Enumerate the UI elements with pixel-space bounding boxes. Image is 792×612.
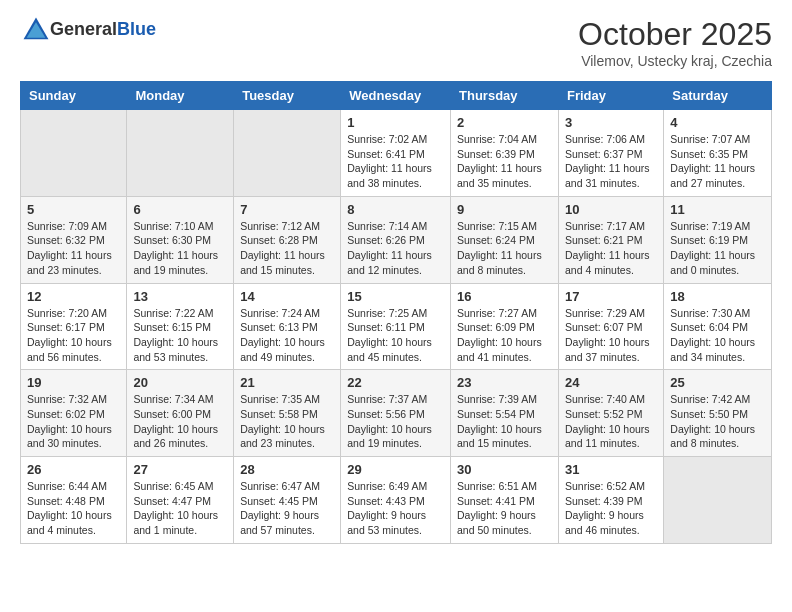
- calendar-week-row: 12Sunrise: 7:20 AM Sunset: 6:17 PM Dayli…: [21, 283, 772, 370]
- day-info: Sunrise: 7:06 AM Sunset: 6:37 PM Dayligh…: [565, 132, 657, 191]
- calendar-table: Sunday Monday Tuesday Wednesday Thursday…: [20, 81, 772, 544]
- table-row: 11Sunrise: 7:19 AM Sunset: 6:19 PM Dayli…: [664, 196, 772, 283]
- table-row: 21Sunrise: 7:35 AM Sunset: 5:58 PM Dayli…: [234, 370, 341, 457]
- day-number: 16: [457, 289, 552, 304]
- day-number: 19: [27, 375, 120, 390]
- table-row: 9Sunrise: 7:15 AM Sunset: 6:24 PM Daylig…: [451, 196, 559, 283]
- day-info: Sunrise: 7:40 AM Sunset: 5:52 PM Dayligh…: [565, 392, 657, 451]
- day-number: 2: [457, 115, 552, 130]
- day-info: Sunrise: 7:32 AM Sunset: 6:02 PM Dayligh…: [27, 392, 120, 451]
- day-info: Sunrise: 7:09 AM Sunset: 6:32 PM Dayligh…: [27, 219, 120, 278]
- day-info: Sunrise: 7:24 AM Sunset: 6:13 PM Dayligh…: [240, 306, 334, 365]
- day-info: Sunrise: 7:10 AM Sunset: 6:30 PM Dayligh…: [133, 219, 227, 278]
- day-number: 11: [670, 202, 765, 217]
- day-info: Sunrise: 7:39 AM Sunset: 5:54 PM Dayligh…: [457, 392, 552, 451]
- day-number: 31: [565, 462, 657, 477]
- table-row: 23Sunrise: 7:39 AM Sunset: 5:54 PM Dayli…: [451, 370, 559, 457]
- table-row: 8Sunrise: 7:14 AM Sunset: 6:26 PM Daylig…: [341, 196, 451, 283]
- day-number: 12: [27, 289, 120, 304]
- table-row: 16Sunrise: 7:27 AM Sunset: 6:09 PM Dayli…: [451, 283, 559, 370]
- header: GeneralBlue October 2025 Vilemov, Usteck…: [20, 16, 772, 69]
- day-info: Sunrise: 7:22 AM Sunset: 6:15 PM Dayligh…: [133, 306, 227, 365]
- table-row: 25Sunrise: 7:42 AM Sunset: 5:50 PM Dayli…: [664, 370, 772, 457]
- calendar-week-row: 5Sunrise: 7:09 AM Sunset: 6:32 PM Daylig…: [21, 196, 772, 283]
- table-row: 12Sunrise: 7:20 AM Sunset: 6:17 PM Dayli…: [21, 283, 127, 370]
- day-info: Sunrise: 7:25 AM Sunset: 6:11 PM Dayligh…: [347, 306, 444, 365]
- day-number: 23: [457, 375, 552, 390]
- col-sunday: Sunday: [21, 82, 127, 110]
- calendar-week-row: 19Sunrise: 7:32 AM Sunset: 6:02 PM Dayli…: [21, 370, 772, 457]
- day-number: 20: [133, 375, 227, 390]
- col-tuesday: Tuesday: [234, 82, 341, 110]
- col-thursday: Thursday: [451, 82, 559, 110]
- day-number: 18: [670, 289, 765, 304]
- day-number: 13: [133, 289, 227, 304]
- day-info: Sunrise: 7:14 AM Sunset: 6:26 PM Dayligh…: [347, 219, 444, 278]
- table-row: 27Sunrise: 6:45 AM Sunset: 4:47 PM Dayli…: [127, 457, 234, 544]
- table-row: [127, 110, 234, 197]
- table-row: 18Sunrise: 7:30 AM Sunset: 6:04 PM Dayli…: [664, 283, 772, 370]
- table-row: 22Sunrise: 7:37 AM Sunset: 5:56 PM Dayli…: [341, 370, 451, 457]
- day-number: 27: [133, 462, 227, 477]
- day-number: 5: [27, 202, 120, 217]
- table-row: 20Sunrise: 7:34 AM Sunset: 6:00 PM Dayli…: [127, 370, 234, 457]
- col-saturday: Saturday: [664, 82, 772, 110]
- day-info: Sunrise: 7:30 AM Sunset: 6:04 PM Dayligh…: [670, 306, 765, 365]
- day-number: 3: [565, 115, 657, 130]
- day-number: 7: [240, 202, 334, 217]
- col-monday: Monday: [127, 82, 234, 110]
- calendar-week-row: 1Sunrise: 7:02 AM Sunset: 6:41 PM Daylig…: [21, 110, 772, 197]
- table-row: 17Sunrise: 7:29 AM Sunset: 6:07 PM Dayli…: [558, 283, 663, 370]
- day-info: Sunrise: 7:19 AM Sunset: 6:19 PM Dayligh…: [670, 219, 765, 278]
- day-info: Sunrise: 7:07 AM Sunset: 6:35 PM Dayligh…: [670, 132, 765, 191]
- day-info: Sunrise: 6:52 AM Sunset: 4:39 PM Dayligh…: [565, 479, 657, 538]
- day-number: 24: [565, 375, 657, 390]
- day-number: 29: [347, 462, 444, 477]
- title-area: October 2025 Vilemov, Ustecky kraj, Czec…: [578, 16, 772, 69]
- day-number: 21: [240, 375, 334, 390]
- day-number: 30: [457, 462, 552, 477]
- col-wednesday: Wednesday: [341, 82, 451, 110]
- table-row: 15Sunrise: 7:25 AM Sunset: 6:11 PM Dayli…: [341, 283, 451, 370]
- day-info: Sunrise: 7:12 AM Sunset: 6:28 PM Dayligh…: [240, 219, 334, 278]
- month-title: October 2025: [578, 16, 772, 53]
- table-row: [21, 110, 127, 197]
- day-info: Sunrise: 7:29 AM Sunset: 6:07 PM Dayligh…: [565, 306, 657, 365]
- day-info: Sunrise: 7:42 AM Sunset: 5:50 PM Dayligh…: [670, 392, 765, 451]
- table-row: 1Sunrise: 7:02 AM Sunset: 6:41 PM Daylig…: [341, 110, 451, 197]
- day-info: Sunrise: 6:49 AM Sunset: 4:43 PM Dayligh…: [347, 479, 444, 538]
- day-info: Sunrise: 6:51 AM Sunset: 4:41 PM Dayligh…: [457, 479, 552, 538]
- day-number: 8: [347, 202, 444, 217]
- table-row: 26Sunrise: 6:44 AM Sunset: 4:48 PM Dayli…: [21, 457, 127, 544]
- day-info: Sunrise: 7:15 AM Sunset: 6:24 PM Dayligh…: [457, 219, 552, 278]
- day-number: 25: [670, 375, 765, 390]
- day-info: Sunrise: 6:45 AM Sunset: 4:47 PM Dayligh…: [133, 479, 227, 538]
- table-row: 28Sunrise: 6:47 AM Sunset: 4:45 PM Dayli…: [234, 457, 341, 544]
- logo-icon: [22, 16, 50, 44]
- day-number: 22: [347, 375, 444, 390]
- day-info: Sunrise: 7:20 AM Sunset: 6:17 PM Dayligh…: [27, 306, 120, 365]
- day-info: Sunrise: 7:17 AM Sunset: 6:21 PM Dayligh…: [565, 219, 657, 278]
- day-info: Sunrise: 6:44 AM Sunset: 4:48 PM Dayligh…: [27, 479, 120, 538]
- table-row: 13Sunrise: 7:22 AM Sunset: 6:15 PM Dayli…: [127, 283, 234, 370]
- table-row: 24Sunrise: 7:40 AM Sunset: 5:52 PM Dayli…: [558, 370, 663, 457]
- table-row: 29Sunrise: 6:49 AM Sunset: 4:43 PM Dayli…: [341, 457, 451, 544]
- table-row: 4Sunrise: 7:07 AM Sunset: 6:35 PM Daylig…: [664, 110, 772, 197]
- table-row: 3Sunrise: 7:06 AM Sunset: 6:37 PM Daylig…: [558, 110, 663, 197]
- logo: GeneralBlue: [20, 16, 156, 44]
- day-number: 14: [240, 289, 334, 304]
- day-number: 1: [347, 115, 444, 130]
- day-info: Sunrise: 7:34 AM Sunset: 6:00 PM Dayligh…: [133, 392, 227, 451]
- calendar-week-row: 26Sunrise: 6:44 AM Sunset: 4:48 PM Dayli…: [21, 457, 772, 544]
- table-row: 31Sunrise: 6:52 AM Sunset: 4:39 PM Dayli…: [558, 457, 663, 544]
- day-number: 28: [240, 462, 334, 477]
- table-row: 5Sunrise: 7:09 AM Sunset: 6:32 PM Daylig…: [21, 196, 127, 283]
- table-row: 19Sunrise: 7:32 AM Sunset: 6:02 PM Dayli…: [21, 370, 127, 457]
- day-info: Sunrise: 7:27 AM Sunset: 6:09 PM Dayligh…: [457, 306, 552, 365]
- table-row: 30Sunrise: 6:51 AM Sunset: 4:41 PM Dayli…: [451, 457, 559, 544]
- table-row: [664, 457, 772, 544]
- day-number: 9: [457, 202, 552, 217]
- location: Vilemov, Ustecky kraj, Czechia: [578, 53, 772, 69]
- day-number: 4: [670, 115, 765, 130]
- table-row: 10Sunrise: 7:17 AM Sunset: 6:21 PM Dayli…: [558, 196, 663, 283]
